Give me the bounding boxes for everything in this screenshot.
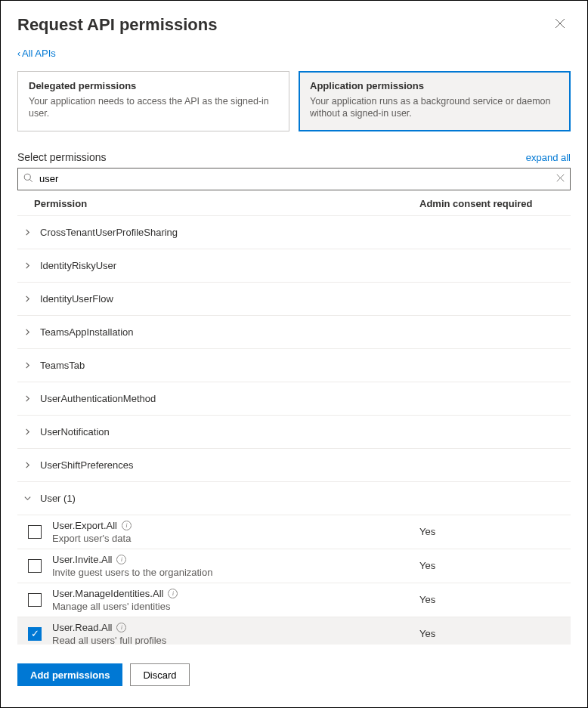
permission-checkbox[interactable]: ✓ [28,627,42,641]
permission-group[interactable]: UserAuthenticationMethod [17,382,571,416]
info-icon[interactable]: i [168,589,178,598]
discard-button[interactable]: Discard [130,663,189,686]
permission-checkbox[interactable] [28,593,42,607]
permission-consent: Yes [419,628,571,639]
permissions-scroll-area[interactable]: CrossTenantUserProfileSharingIdentityRis… [17,215,571,645]
permission-desc: Manage all users' identities [52,601,419,612]
add-permissions-button[interactable]: Add permissions [17,663,122,686]
permission-group[interactable]: TeamsTab [17,349,571,382]
select-permissions-label: Select permissions [17,151,107,163]
close-icon [555,18,565,32]
group-label: UserAuthenticationMethod [40,393,156,404]
group-label: CrossTenantUserProfileSharing [40,227,178,238]
permission-name: User.ManageIdentities.All [52,588,163,599]
permission-row[interactable]: User.ManageIdentities.AlliManage all use… [17,583,571,617]
expand-all-link[interactable]: expand all [526,152,571,163]
permission-group[interactable]: IdentityRiskyUser [17,249,571,283]
chevron-right-icon [22,461,32,469]
group-label: IdentityRiskyUser [40,260,116,271]
search-input[interactable] [17,168,571,190]
group-label: TeamsTab [40,360,85,371]
back-link-text: All APIs [22,48,56,59]
permission-consent: Yes [419,526,571,537]
application-desc: Your application runs as a background se… [310,95,559,120]
permission-group[interactable]: UserShiftPreferences [17,449,571,482]
permission-group-user[interactable]: User (1) [17,482,571,515]
permission-name: User.Export.All [52,520,117,531]
application-permissions-card[interactable]: Application permissions Your application… [299,71,571,131]
permission-group[interactable]: CrossTenantUserProfileSharing [17,216,571,249]
permission-desc: Read all users' full profiles [52,635,419,645]
chevron-right-icon [22,428,32,436]
group-label: TeamsAppInstallation [40,326,134,338]
permission-consent: Yes [419,560,571,571]
info-icon[interactable]: i [122,521,132,530]
group-label: UserShiftPreferences [40,459,134,471]
close-button[interactable] [549,14,571,36]
permission-checkbox[interactable] [28,559,42,573]
chevron-right-icon [22,328,32,336]
column-consent: Admin consent required [419,198,571,209]
application-title: Application permissions [310,80,559,91]
delegated-title: Delegated permissions [29,80,278,91]
delegated-permissions-card[interactable]: Delegated permissions Your application n… [17,71,289,131]
permission-row[interactable]: User.Invite.AlliInvite guest users to th… [17,549,571,583]
permission-name: User.Invite.All [52,554,112,565]
permission-row[interactable]: ✓User.Read.AlliRead all users' full prof… [17,617,571,645]
permission-checkbox[interactable] [28,525,42,539]
back-all-apis-link[interactable]: ‹ All APIs [1,43,73,65]
chevron-right-icon [22,261,32,270]
page-title: Request API permissions [17,15,217,35]
info-icon[interactable]: i [116,623,126,632]
permission-name: User.Read.All [52,622,112,633]
permission-consent: Yes [419,594,571,605]
permission-desc: Export user's data [52,533,419,544]
chevron-right-icon [22,295,32,303]
permission-group[interactable]: IdentityUserFlow [17,283,571,316]
chevron-down-icon [22,494,32,502]
group-label: UserNotification [40,426,110,437]
permission-row[interactable]: User.Export.AlliExport user's dataYes [17,515,571,549]
info-icon[interactable]: i [116,555,126,564]
group-label: IdentityUserFlow [40,293,113,305]
chevron-left-icon: ‹ [17,48,20,59]
chevron-right-icon [22,361,32,369]
table-header: Permission Admin consent required [17,192,571,215]
permission-group[interactable]: TeamsAppInstallation [17,316,571,349]
clear-icon[interactable] [556,174,565,184]
group-label: User (1) [40,493,76,504]
chevron-right-icon [22,394,32,403]
column-permission: Permission [34,198,419,209]
delegated-desc: Your application needs to access the API… [29,95,278,120]
chevron-right-icon [22,228,32,237]
permission-desc: Invite guest users to the organization [52,567,419,578]
permission-group[interactable]: UserNotification [17,416,571,449]
